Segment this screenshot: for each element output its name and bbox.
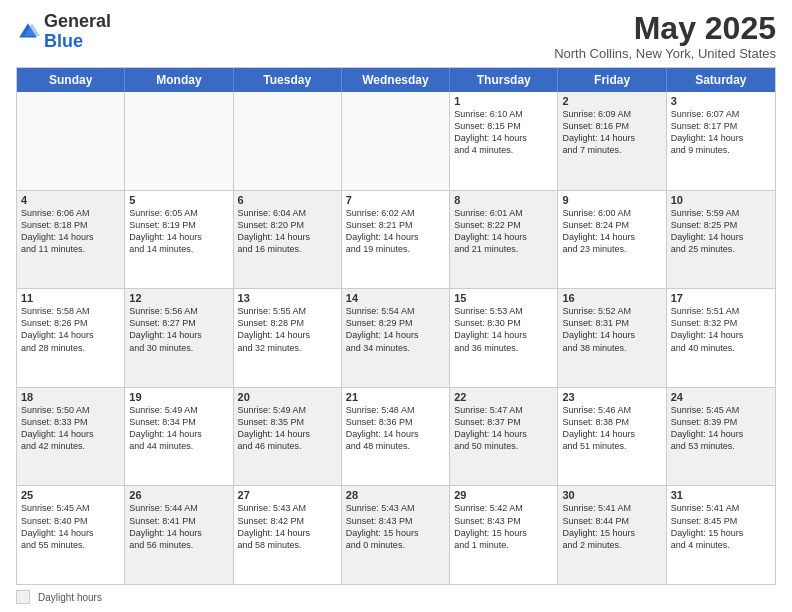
cell-info: Sunrise: 5:41 AM Sunset: 8:44 PM Dayligh… [562, 502, 661, 551]
calendar-cell: 9Sunrise: 6:00 AM Sunset: 8:24 PM Daylig… [558, 191, 666, 289]
day-number: 8 [454, 194, 553, 206]
calendar-cell: 11Sunrise: 5:58 AM Sunset: 8:26 PM Dayli… [17, 289, 125, 387]
calendar-cell: 14Sunrise: 5:54 AM Sunset: 8:29 PM Dayli… [342, 289, 450, 387]
day-number: 19 [129, 391, 228, 403]
calendar-cell: 21Sunrise: 5:48 AM Sunset: 8:36 PM Dayli… [342, 388, 450, 486]
cell-info: Sunrise: 5:50 AM Sunset: 8:33 PM Dayligh… [21, 404, 120, 453]
cell-info: Sunrise: 5:53 AM Sunset: 8:30 PM Dayligh… [454, 305, 553, 354]
day-of-week-header: Sunday [17, 68, 125, 92]
cell-info: Sunrise: 5:43 AM Sunset: 8:43 PM Dayligh… [346, 502, 445, 551]
cell-info: Sunrise: 6:04 AM Sunset: 8:20 PM Dayligh… [238, 207, 337, 256]
shaded-box [16, 590, 30, 604]
calendar: SundayMondayTuesdayWednesdayThursdayFrid… [16, 67, 776, 585]
day-number: 14 [346, 292, 445, 304]
day-number: 3 [671, 95, 771, 107]
day-number: 24 [671, 391, 771, 403]
calendar-cell: 28Sunrise: 5:43 AM Sunset: 8:43 PM Dayli… [342, 486, 450, 584]
cell-info: Sunrise: 5:52 AM Sunset: 8:31 PM Dayligh… [562, 305, 661, 354]
cell-info: Sunrise: 5:43 AM Sunset: 8:42 PM Dayligh… [238, 502, 337, 551]
cell-info: Sunrise: 5:47 AM Sunset: 8:37 PM Dayligh… [454, 404, 553, 453]
cell-info: Sunrise: 6:05 AM Sunset: 8:19 PM Dayligh… [129, 207, 228, 256]
calendar-cell: 17Sunrise: 5:51 AM Sunset: 8:32 PM Dayli… [667, 289, 775, 387]
day-number: 5 [129, 194, 228, 206]
cell-info: Sunrise: 5:49 AM Sunset: 8:34 PM Dayligh… [129, 404, 228, 453]
calendar-cell: 20Sunrise: 5:49 AM Sunset: 8:35 PM Dayli… [234, 388, 342, 486]
calendar-cell: 1Sunrise: 6:10 AM Sunset: 8:15 PM Daylig… [450, 92, 558, 190]
day-number: 11 [21, 292, 120, 304]
logo-text: General Blue [44, 12, 111, 52]
cell-info: Sunrise: 5:59 AM Sunset: 8:25 PM Dayligh… [671, 207, 771, 256]
location: North Collins, New York, United States [554, 46, 776, 61]
logo-icon [16, 20, 40, 44]
day-number: 21 [346, 391, 445, 403]
cell-info: Sunrise: 6:10 AM Sunset: 8:15 PM Dayligh… [454, 108, 553, 157]
calendar-cell: 16Sunrise: 5:52 AM Sunset: 8:31 PM Dayli… [558, 289, 666, 387]
title-block: May 2025 North Collins, New York, United… [554, 12, 776, 61]
day-number: 20 [238, 391, 337, 403]
day-number: 30 [562, 489, 661, 501]
calendar-cell: 15Sunrise: 5:53 AM Sunset: 8:30 PM Dayli… [450, 289, 558, 387]
cell-info: Sunrise: 5:46 AM Sunset: 8:38 PM Dayligh… [562, 404, 661, 453]
cell-info: Sunrise: 5:48 AM Sunset: 8:36 PM Dayligh… [346, 404, 445, 453]
calendar-cell: 6Sunrise: 6:04 AM Sunset: 8:20 PM Daylig… [234, 191, 342, 289]
calendar-cell: 31Sunrise: 5:41 AM Sunset: 8:45 PM Dayli… [667, 486, 775, 584]
cell-info: Sunrise: 6:07 AM Sunset: 8:17 PM Dayligh… [671, 108, 771, 157]
day-number: 6 [238, 194, 337, 206]
day-of-week-header: Friday [558, 68, 666, 92]
day-of-week-header: Monday [125, 68, 233, 92]
cell-info: Sunrise: 5:51 AM Sunset: 8:32 PM Dayligh… [671, 305, 771, 354]
calendar-row: 18Sunrise: 5:50 AM Sunset: 8:33 PM Dayli… [17, 388, 775, 487]
logo-general-text: General [44, 11, 111, 31]
day-number: 18 [21, 391, 120, 403]
day-number: 22 [454, 391, 553, 403]
cell-info: Sunrise: 5:54 AM Sunset: 8:29 PM Dayligh… [346, 305, 445, 354]
cell-info: Sunrise: 6:00 AM Sunset: 8:24 PM Dayligh… [562, 207, 661, 256]
day-number: 17 [671, 292, 771, 304]
calendar-cell [342, 92, 450, 190]
day-of-week-header: Thursday [450, 68, 558, 92]
cell-info: Sunrise: 6:09 AM Sunset: 8:16 PM Dayligh… [562, 108, 661, 157]
cell-info: Sunrise: 6:06 AM Sunset: 8:18 PM Dayligh… [21, 207, 120, 256]
page: General Blue May 2025 North Collins, New… [0, 0, 792, 612]
cell-info: Sunrise: 5:42 AM Sunset: 8:43 PM Dayligh… [454, 502, 553, 551]
day-number: 4 [21, 194, 120, 206]
day-number: 7 [346, 194, 445, 206]
cell-info: Sunrise: 5:41 AM Sunset: 8:45 PM Dayligh… [671, 502, 771, 551]
day-number: 2 [562, 95, 661, 107]
calendar-cell: 13Sunrise: 5:55 AM Sunset: 8:28 PM Dayli… [234, 289, 342, 387]
calendar-cell [125, 92, 233, 190]
cell-info: Sunrise: 5:44 AM Sunset: 8:41 PM Dayligh… [129, 502, 228, 551]
day-number: 13 [238, 292, 337, 304]
calendar-cell: 24Sunrise: 5:45 AM Sunset: 8:39 PM Dayli… [667, 388, 775, 486]
header: General Blue May 2025 North Collins, New… [16, 12, 776, 61]
cell-info: Sunrise: 5:56 AM Sunset: 8:27 PM Dayligh… [129, 305, 228, 354]
logo-blue-text: Blue [44, 31, 83, 51]
day-number: 28 [346, 489, 445, 501]
calendar-cell: 3Sunrise: 6:07 AM Sunset: 8:17 PM Daylig… [667, 92, 775, 190]
calendar-cell: 10Sunrise: 5:59 AM Sunset: 8:25 PM Dayli… [667, 191, 775, 289]
day-number: 12 [129, 292, 228, 304]
day-number: 10 [671, 194, 771, 206]
day-number: 15 [454, 292, 553, 304]
cell-info: Sunrise: 5:49 AM Sunset: 8:35 PM Dayligh… [238, 404, 337, 453]
day-number: 31 [671, 489, 771, 501]
calendar-cell: 4Sunrise: 6:06 AM Sunset: 8:18 PM Daylig… [17, 191, 125, 289]
day-of-week-header: Saturday [667, 68, 775, 92]
day-number: 9 [562, 194, 661, 206]
calendar-cell: 30Sunrise: 5:41 AM Sunset: 8:44 PM Dayli… [558, 486, 666, 584]
calendar-cell: 26Sunrise: 5:44 AM Sunset: 8:41 PM Dayli… [125, 486, 233, 584]
calendar-cell [234, 92, 342, 190]
calendar-cell: 25Sunrise: 5:45 AM Sunset: 8:40 PM Dayli… [17, 486, 125, 584]
day-number: 16 [562, 292, 661, 304]
cell-info: Sunrise: 5:55 AM Sunset: 8:28 PM Dayligh… [238, 305, 337, 354]
day-number: 23 [562, 391, 661, 403]
footer: Daylight hours [16, 590, 776, 604]
day-number: 1 [454, 95, 553, 107]
cell-info: Sunrise: 6:02 AM Sunset: 8:21 PM Dayligh… [346, 207, 445, 256]
calendar-header: SundayMondayTuesdayWednesdayThursdayFrid… [17, 68, 775, 92]
day-number: 25 [21, 489, 120, 501]
calendar-cell: 27Sunrise: 5:43 AM Sunset: 8:42 PM Dayli… [234, 486, 342, 584]
calendar-cell: 29Sunrise: 5:42 AM Sunset: 8:43 PM Dayli… [450, 486, 558, 584]
day-number: 29 [454, 489, 553, 501]
month-title: May 2025 [554, 12, 776, 44]
